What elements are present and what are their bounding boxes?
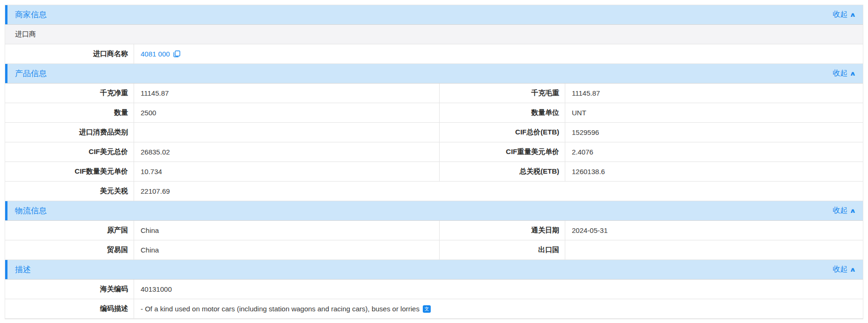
row-value: [565, 240, 863, 260]
section-title: 物流信息: [15, 205, 47, 216]
section-header-merchant: 商家信息 收起∧: [5, 5, 863, 25]
value-text: 2024-05-31: [572, 226, 608, 234]
row-value: 40131000: [134, 280, 863, 299]
table-row: 美元关税22107.69: [5, 182, 863, 201]
collapse-toggle[interactable]: 收起∧: [832, 69, 855, 78]
row-label: 数量: [5, 103, 134, 122]
row-label: 进口商名称: [5, 44, 134, 63]
row-label: 千克毛重: [440, 84, 565, 103]
section-title: 产品信息: [15, 68, 47, 79]
row-label: CIF美元总价: [5, 142, 134, 162]
value-text: - Of a kind used on motor cars (includin…: [141, 305, 420, 313]
row-label: 千克净重: [5, 84, 134, 103]
table-row: 数量2500数量单位UNT: [5, 103, 863, 123]
row-value: - Of a kind used on motor cars (includin…: [134, 299, 863, 318]
accent-bar: [5, 64, 7, 83]
row-value: 4081 000: [134, 44, 863, 63]
row-value: China: [134, 221, 440, 240]
row-value: [134, 123, 440, 142]
table-row: 进口消费品类别CIF总价(ETB)1529596: [5, 123, 863, 142]
value-text: China: [141, 246, 159, 254]
table-row: 贸易国China出口国: [5, 240, 863, 260]
accent-bar: [5, 5, 7, 24]
collapse-label: 收起: [832, 206, 847, 216]
row-value: UNT: [565, 103, 863, 122]
chevron-up-icon: ∧: [850, 207, 856, 214]
row-value: 22107.69: [134, 182, 863, 201]
section-merchant: 商家信息 收起∧ 进口商进口商名称4081 000: [5, 5, 863, 64]
row-label: 贸易国: [5, 240, 134, 260]
section-body: 原产国China通关日期2024-05-31贸易国China出口国: [5, 221, 863, 260]
collapse-label: 收起: [832, 69, 847, 78]
accent-bar: [5, 260, 7, 279]
value-text: 10.734: [141, 168, 162, 176]
collapse-toggle[interactable]: 收起∧: [832, 265, 855, 274]
row-label: 通关日期: [440, 221, 565, 240]
row-value: 1260138.6: [565, 162, 863, 181]
section-logistics: 物流信息 收起∧ 原产国China通关日期2024-05-31贸易国China出…: [5, 201, 863, 260]
value-text: 1260138.6: [572, 168, 605, 176]
value-link[interactable]: 4081 000: [141, 50, 170, 58]
section-body: 千克净重11145.87千克毛重11145.87数量2500数量单位UNT进口消…: [5, 84, 863, 201]
row-label: CIF总价(ETB): [440, 123, 565, 142]
value-text: 2.4076: [572, 148, 593, 156]
value-text: 40131000: [141, 285, 172, 293]
chevron-up-icon: ∧: [850, 11, 856, 18]
collapse-toggle[interactable]: 收起∧: [832, 10, 855, 20]
row-value: 10.734: [134, 162, 440, 181]
row-label: 总关税(ETB): [440, 162, 565, 181]
row-value: China: [134, 240, 440, 260]
table-row: CIF数量美元单价10.734总关税(ETB)1260138.6: [5, 162, 863, 182]
row-value: 2500: [134, 103, 440, 122]
row-label: 美元关税: [5, 182, 134, 201]
value-text: 2500: [141, 109, 156, 117]
row-label: 原产国: [5, 221, 134, 240]
section-product: 产品信息 收起∧ 千克净重11145.87千克毛重11145.87数量2500数…: [5, 64, 863, 201]
table-row: CIF美元总价26835.02CIF重量美元单价2.4076: [5, 142, 863, 162]
detail-page: 商家信息 收起∧ 进口商进口商名称4081 000 产品信息 收起∧ 千克净重1…: [5, 5, 863, 319]
value-text: 26835.02: [141, 148, 170, 156]
value-text: 11145.87: [572, 89, 600, 97]
section-body: 海关编码40131000编码描述- Of a kind used on moto…: [5, 280, 863, 319]
chevron-up-icon: ∧: [850, 70, 856, 77]
row-value: 2.4076: [565, 142, 863, 162]
row-value: 11145.87: [134, 84, 440, 103]
table-row: 编码描述- Of a kind used on motor cars (incl…: [5, 299, 863, 319]
row-label: CIF重量美元单价: [440, 142, 565, 162]
table-row: 海关编码40131000: [5, 280, 863, 299]
section-header-description: 描述 收起∧: [5, 260, 863, 280]
collapse-label: 收起: [832, 10, 847, 20]
row-label: CIF数量美元单价: [5, 162, 134, 181]
section-body: 进口商进口商名称4081 000: [5, 25, 863, 64]
row-value: 11145.87: [565, 84, 863, 103]
row-label: 编码描述: [5, 299, 134, 318]
section-header-logistics: 物流信息 收起∧: [5, 201, 863, 221]
value-text: 11145.87: [141, 89, 169, 97]
section-header-product: 产品信息 收起∧: [5, 64, 863, 84]
row-value: 2024-05-31: [565, 221, 863, 240]
translate-icon[interactable]: 文: [423, 305, 431, 313]
subheader-row: 进口商: [5, 25, 863, 44]
section-description: 描述 收起∧ 海关编码40131000编码描述- Of a kind used …: [5, 260, 863, 319]
table-row: 原产国China通关日期2024-05-31: [5, 221, 863, 240]
value-text: 1529596: [572, 128, 599, 136]
collapse-label: 收起: [832, 265, 847, 274]
section-title: 描述: [15, 264, 31, 275]
row-label: 进口消费品类别: [5, 123, 134, 142]
row-value: 1529596: [565, 123, 863, 142]
row-value: 26835.02: [134, 142, 440, 162]
collapse-toggle[interactable]: 收起∧: [832, 206, 855, 216]
value-text: UNT: [572, 109, 586, 117]
section-title: 商家信息: [15, 9, 47, 20]
row-label: 出口国: [440, 240, 565, 260]
table-row: 进口商名称4081 000: [5, 44, 863, 64]
chevron-up-icon: ∧: [850, 266, 856, 273]
row-label: 数量单位: [440, 103, 565, 122]
table-row: 千克净重11145.87千克毛重11145.87: [5, 84, 863, 103]
copy-icon[interactable]: [173, 50, 180, 57]
value-text: 22107.69: [141, 187, 170, 195]
row-label: 海关编码: [5, 280, 134, 299]
accent-bar: [5, 201, 7, 220]
value-text: China: [141, 226, 159, 234]
